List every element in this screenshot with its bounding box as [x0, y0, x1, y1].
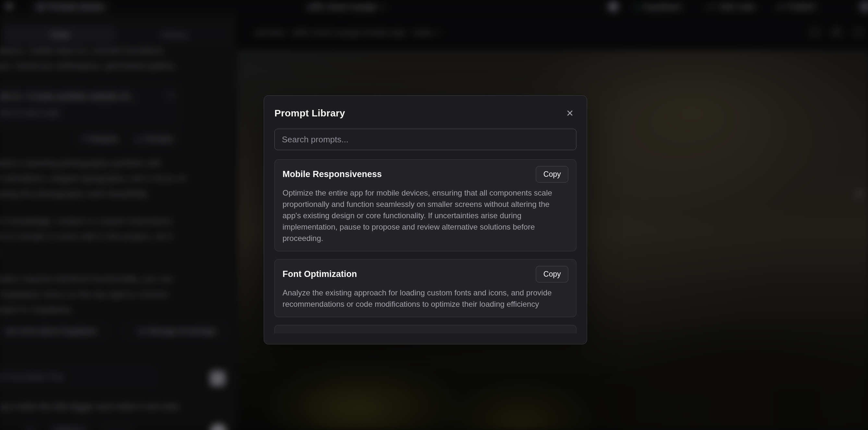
prompt-card-peek — [274, 325, 577, 333]
close-icon[interactable]: ✕ — [563, 107, 577, 120]
prompt-library-modal: Prompt Library ✕ Mobile Responsiveness C… — [264, 95, 587, 344]
prompt-title: Font Optimization — [282, 269, 357, 279]
copy-button[interactable]: Copy — [536, 266, 568, 282]
prompt-card-header: Mobile Responsiveness Copy — [282, 166, 568, 183]
prompt-title: Mobile Responsiveness — [282, 169, 382, 179]
modal-title: Prompt Library — [274, 108, 345, 119]
prompt-body: Analyze the existing approach for loadin… — [282, 287, 568, 310]
app-screen: ♥ ▦ Prompt Library arffo cloud voyage ▾ … — [0, 0, 868, 430]
prompt-body: Optimize the entire app for mobile devic… — [282, 187, 568, 244]
modal-header: Prompt Library ✕ — [274, 106, 577, 120]
search-input[interactable] — [274, 129, 577, 150]
copy-button[interactable]: Copy — [536, 166, 568, 183]
prompt-list: Mobile Responsiveness Copy Optimize the … — [274, 159, 577, 333]
prompt-card: Font Optimization Copy Analyze the exist… — [274, 259, 577, 317]
prompt-card: Mobile Responsiveness Copy Optimize the … — [274, 159, 577, 251]
prompt-card-header: Font Optimization Copy — [282, 266, 568, 282]
